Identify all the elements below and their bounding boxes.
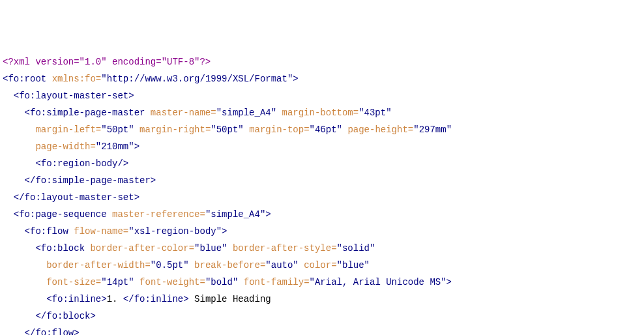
token-quote: " [101, 124, 106, 135]
token-attr-val: blue [199, 243, 222, 254]
token-eq: = [96, 74, 101, 84]
token-quote: " [96, 141, 101, 152]
token-attr-name: color [304, 260, 331, 270]
token-eq: = [96, 124, 101, 135]
token-eq: = [199, 209, 205, 220]
token-tag: <fo:simple-page-master [25, 108, 151, 118]
token-attr-name: page-height [347, 124, 407, 135]
code-line: </fo:simple-page-master> [3, 172, 641, 189]
token-attr-name: page-width [35, 141, 90, 152]
indent [3, 311, 35, 321]
code-line: <?xml version="1.0" encoding="UTF-8"?> [3, 53, 641, 70]
token-text: 1. [107, 294, 123, 304]
token-attr-name: break-before [194, 260, 260, 270]
indent [3, 226, 25, 237]
token-quote: " [359, 108, 364, 118]
token-quote: " [271, 108, 282, 118]
token-attr-name: margin-left [35, 124, 95, 135]
code-line: margin-left="50pt" margin-right="50pt" m… [3, 121, 641, 138]
code-line: <fo:block border-after-color="blue" bord… [3, 240, 641, 257]
code-line: </fo:flow> [3, 325, 641, 335]
indent [3, 294, 46, 304]
token-tag: > [446, 277, 452, 287]
token-eq: = [331, 243, 336, 254]
code-line: border-after-width="0.5pt" break-before=… [3, 257, 641, 274]
token-quote: " [216, 108, 222, 118]
token-quote: " [128, 277, 139, 287]
token-tag: > [293, 74, 298, 84]
token-attr-name: xmlns:fo [52, 74, 96, 84]
token-attr-val: blue [342, 260, 364, 270]
token-tag: <fo:page-sequence [14, 209, 112, 220]
token-eq: = [145, 260, 150, 270]
token-attr-name: font-size [46, 277, 96, 287]
token-text: Simple Heading [189, 294, 271, 304]
token-quote: " [364, 260, 370, 270]
indent [3, 260, 46, 270]
indent [3, 175, 25, 186]
token-quote: " [222, 243, 233, 254]
token-attr-val: 14pt [107, 277, 129, 287]
token-attr-name: margin-bottom [282, 108, 353, 118]
token-quote: " [310, 124, 315, 135]
token-attr-name: border-after-color [90, 243, 188, 254]
token-quote: " [293, 260, 304, 270]
code-line: <fo:simple-page-master master-name="simp… [3, 104, 641, 121]
token-eq: = [353, 108, 359, 118]
token-tag: </fo:flow> [25, 328, 80, 335]
token-quote: " [446, 124, 452, 135]
indent [3, 243, 35, 254]
token-tag: <fo:inline> [46, 294, 106, 304]
code-line: <fo:flow flow-name="xsl-region-body"> [3, 223, 641, 240]
indent [3, 108, 25, 118]
token-attr-name: border-after-width [46, 260, 145, 270]
indent [3, 192, 14, 203]
token-quote: " [211, 124, 216, 135]
code-line: <fo:root xmlns:fo="http://www.w3.org/199… [3, 70, 641, 87]
token-eq: = [331, 260, 336, 270]
token-quote: " [128, 124, 139, 135]
token-tag: <fo:layout-master-set> [14, 91, 134, 101]
token-attr-name: master-name [151, 108, 211, 118]
token-tag: <fo:block [35, 243, 90, 254]
token-attr-val: bold [211, 277, 233, 287]
indent [3, 158, 35, 169]
token-quote: " [238, 124, 249, 135]
indent [3, 277, 46, 287]
token-quote: " [216, 226, 222, 237]
token-attr-val: 210mm [101, 141, 128, 152]
token-eq: = [304, 277, 309, 287]
token-tag: > [134, 141, 139, 152]
token-quote: " [101, 74, 106, 84]
code-line: page-width="210mm"> [3, 138, 641, 155]
code-line: <fo:page-sequence master-reference="simp… [3, 206, 641, 223]
token-attr-name: flow-name [74, 226, 123, 237]
token-attr-name: margin-right [139, 124, 205, 135]
token-quote: " [337, 243, 342, 254]
token-attr-val: 50pt [107, 124, 129, 135]
token-quote: " [386, 108, 391, 118]
token-tag: </fo:inline> [123, 294, 189, 304]
code-line: font-size="14pt" font-weight="bold" font… [3, 274, 641, 291]
indent [3, 328, 25, 335]
token-attr-val: http://www.w3.org/1999/XSL/Format [107, 74, 287, 84]
token-attr-val: xsl-region-body [134, 226, 216, 237]
indent [3, 91, 14, 101]
token-tag: </fo:layout-master-set> [14, 192, 139, 203]
token-tag: > [265, 209, 271, 220]
code-line: </fo:block> [3, 308, 641, 325]
indent [3, 209, 14, 220]
token-tag: <fo:flow [25, 226, 74, 237]
token-quote: " [441, 277, 446, 287]
token-quote: " [151, 260, 156, 270]
token-attr-name: master-reference [112, 209, 199, 220]
token-quote: " [337, 260, 342, 270]
token-quote: " [413, 124, 418, 135]
token-attr-val: 0.5pt [156, 260, 183, 270]
token-quote: " [183, 260, 194, 270]
token-quote: " [233, 277, 244, 287]
token-quote: " [265, 260, 271, 270]
indent [3, 124, 35, 135]
token-quote: " [370, 243, 375, 254]
token-eq: = [304, 124, 309, 135]
